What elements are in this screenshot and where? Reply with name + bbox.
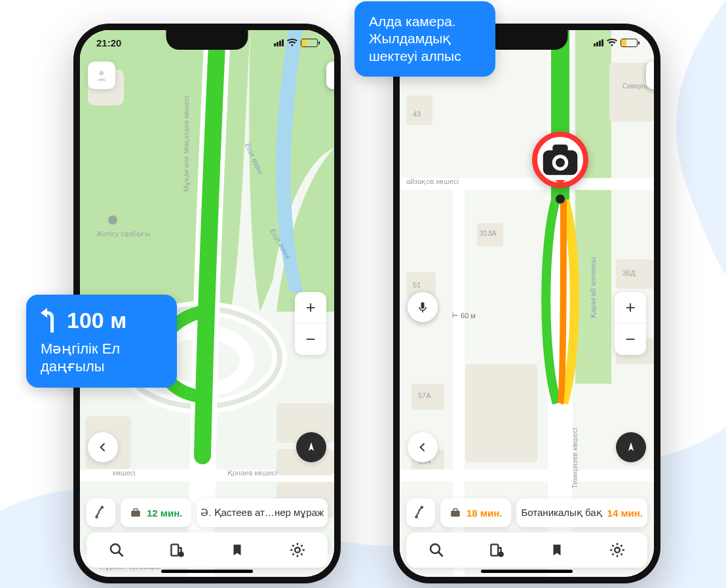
svg-point-15 [95, 515, 98, 519]
settings-button[interactable] [283, 536, 312, 564]
zoom-out-button[interactable]: − [295, 323, 326, 355]
bookmark-button[interactable] [543, 536, 571, 564]
svg-line-29 [301, 553, 302, 555]
svg-rect-33 [575, 30, 611, 384]
svg-point-23 [295, 547, 300, 553]
settings-button[interactable] [603, 536, 632, 564]
alley-label: Қарағай аллеясы [588, 240, 597, 318]
destination-chip[interactable]: Ботаникалық бақ 14 мин. [516, 498, 647, 527]
home-indicator [481, 570, 573, 573]
search-button[interactable] [422, 536, 451, 564]
camera-speech-text: Алда камера. Жылдамдық шектеуі алпыс [369, 14, 461, 64]
zoom-in-button[interactable]: + [295, 292, 326, 323]
svg-rect-51 [552, 145, 567, 153]
turn-street: Мәңгілік Ел даңғылы [41, 340, 162, 376]
svg-line-69 [612, 545, 613, 546]
eta-value: 18 мин. [467, 507, 502, 519]
home-indicator [161, 570, 253, 573]
vert-street: Мұқағали Мақатаев көшесі [182, 96, 190, 192]
wifi-icon [287, 39, 297, 46]
bottom-nav [86, 532, 328, 568]
parking-button[interactable]: P [646, 62, 654, 89]
route-overview-button[interactable] [86, 498, 115, 527]
bnum-43: 43 [413, 110, 421, 118]
svg-point-47 [556, 194, 565, 204]
turn-distance: 100 м [67, 306, 126, 335]
back-button[interactable] [408, 432, 438, 462]
back-button[interactable] [88, 432, 118, 462]
turn-callout: 100 м Мәңгілік Ел даңғылы [26, 295, 177, 388]
bnum-313a: 313А [480, 229, 497, 237]
eta-chip[interactable]: 12 мин. [121, 498, 191, 527]
street-top: айзақов көшесі [406, 177, 459, 186]
svg-point-57 [421, 505, 424, 509]
gas-button[interactable] [162, 536, 191, 564]
svg-line-28 [292, 545, 294, 546]
camera-speech-callout: Алда камера. Жылдамдық шектеуі алпыс [354, 1, 495, 77]
battery-icon [301, 39, 318, 47]
turn-left-icon [41, 308, 60, 333]
gas-button[interactable] [482, 536, 511, 564]
camera-alert-marker[interactable] [532, 132, 588, 188]
svg-line-71 [621, 545, 622, 546]
svg-rect-62 [491, 544, 498, 555]
svg-line-31 [292, 553, 294, 555]
destination-chip[interactable]: Ә. Қастеев ат…нер мұраж [197, 498, 328, 527]
svg-point-16 [101, 505, 104, 509]
signal-icon [594, 39, 603, 46]
camera-icon [537, 137, 583, 183]
search-button[interactable] [102, 536, 131, 564]
svg-rect-21 [171, 544, 178, 555]
bnum-36d: 36Д [622, 269, 636, 277]
route-overview-button[interactable] [406, 498, 435, 527]
compass-button[interactable] [296, 432, 326, 462]
svg-point-56 [415, 515, 418, 519]
svg-rect-54 [421, 303, 425, 309]
eta-value: 12 мин. [147, 507, 182, 519]
poi-park: Жетісу саябағы [96, 230, 150, 238]
svg-line-20 [119, 552, 123, 556]
svg-point-12 [100, 71, 104, 75]
briefcase-icon [449, 507, 461, 519]
svg-rect-18 [134, 509, 138, 511]
zoom-control: + − [295, 292, 326, 355]
svg-line-61 [438, 552, 442, 556]
profile-button[interactable] [88, 62, 115, 89]
street-left: көшесі [113, 469, 136, 477]
svg-line-30 [301, 545, 302, 546]
svg-rect-59 [453, 509, 457, 511]
svg-point-50 [556, 158, 565, 167]
bnum-51: 51 [413, 281, 421, 289]
battery-icon [621, 39, 638, 47]
scale-label: ⊢ 60 м [452, 312, 476, 320]
svg-line-70 [621, 553, 622, 555]
eta-chip[interactable]: 18 мин. [440, 498, 511, 527]
voice-button[interactable] [408, 292, 438, 322]
zoom-in-button[interactable]: + [615, 292, 646, 323]
bookmark-button[interactable] [223, 536, 252, 564]
briefcase-icon [130, 507, 142, 519]
svg-point-63 [498, 551, 504, 557]
zoom-out-button[interactable]: − [615, 323, 646, 355]
bnum-57a: 57А [418, 392, 431, 399]
svg-point-64 [615, 547, 620, 553]
svg-rect-42 [465, 364, 537, 462]
notch [486, 30, 568, 50]
wifi-icon [607, 39, 617, 46]
notch [166, 30, 248, 50]
signal-icon [274, 39, 284, 46]
svg-point-11 [108, 215, 117, 225]
parking-button[interactable]: P [326, 62, 334, 89]
clock: 21:20 [96, 37, 121, 48]
bottom-panel: 12 мин. Ә. Қастеев ат…нер мұраж [86, 498, 328, 568]
compass-button[interactable] [616, 432, 646, 462]
svg-point-22 [178, 551, 184, 557]
extra-time: 14 мин. [607, 507, 643, 519]
phone-right: 43 313А 51 36Д 36Дк2 57А 59А айзақов көш… [393, 24, 660, 583]
bottom-panel: 18 мин. Ботаникалық бақ 14 мин. [406, 498, 647, 568]
zoom-control: + − [615, 292, 646, 355]
bottom-nav [406, 532, 647, 568]
svg-line-72 [612, 553, 613, 555]
